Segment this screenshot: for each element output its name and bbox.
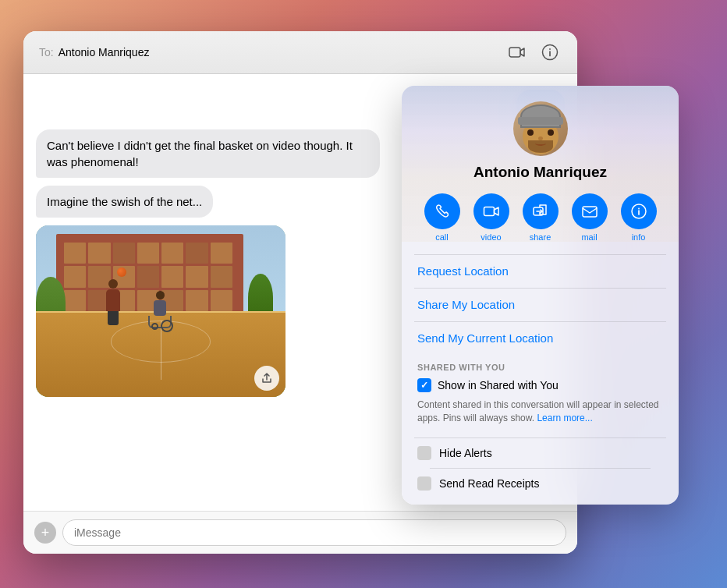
share-my-location-row[interactable]: Share My Location [402, 289, 679, 321]
info-icon [630, 203, 647, 220]
hide-alerts-label: Hide Alerts [439, 447, 492, 459]
action-buttons-row: call video [414, 193, 666, 242]
svg-rect-4 [484, 207, 494, 216]
share-my-location-text: Share My Location [417, 298, 515, 311]
avatar [513, 101, 568, 156]
request-location-row[interactable]: Request Location [402, 255, 679, 288]
mail-action[interactable]: mail [572, 193, 608, 242]
image-message [36, 225, 285, 397]
share-image-button[interactable] [254, 366, 279, 391]
bottom-checkboxes: Hide Alerts Send Read Receipts [402, 438, 679, 498]
phone-icon [434, 203, 451, 220]
shared-with-you-label: SHARED WITH YOU [417, 363, 663, 372]
video-icon [483, 203, 500, 220]
info-button[interactable] [538, 41, 562, 64]
share-label: share [530, 232, 551, 242]
share-icon-btn [532, 203, 549, 220]
info-circle-icon [541, 44, 559, 61]
svg-rect-0 [509, 48, 520, 57]
show-in-shared-label: Show in Shared with You [438, 379, 559, 391]
contact-name-header: Antonio Manriquez [59, 46, 505, 58]
video-action[interactable]: video [473, 193, 509, 242]
svg-rect-6 [583, 207, 597, 217]
call-label: call [435, 232, 449, 242]
hide-alerts-row[interactable]: Hide Alerts [417, 438, 663, 468]
to-label: To: [39, 46, 54, 58]
share-icon [261, 372, 273, 384]
basketball-court-image [36, 225, 285, 397]
received-message-1: Can't believe I didn't get the final bas… [36, 129, 380, 178]
add-attachment-button[interactable]: + [34, 522, 56, 544]
info-panel-contact-name: Antonio Manriquez [414, 164, 666, 181]
window-header: To: Antonio Manriquez [23, 31, 577, 74]
svg-point-3 [549, 48, 551, 50]
svg-point-9 [638, 208, 640, 210]
info-icon-circle [621, 193, 657, 229]
avatar-container [414, 101, 666, 156]
send-read-receipts-label: Send Read Receipts [439, 477, 539, 490]
message-input-bar: + [23, 511, 577, 554]
info-action[interactable]: info [621, 193, 657, 242]
header-actions [505, 41, 562, 64]
call-action[interactable]: call [424, 193, 460, 242]
show-in-shared-row[interactable]: ✓ Show in Shared with You [417, 378, 663, 392]
contact-info-panel: Antonio Manriquez call video [402, 86, 679, 505]
mail-icon-circle [572, 193, 608, 229]
imessage-input[interactable] [62, 519, 566, 546]
video-camera-icon [509, 44, 526, 61]
send-read-receipts-checkbox[interactable] [417, 476, 431, 491]
received-message-2: Imagine the swish of the net... [36, 186, 213, 218]
learn-more-link[interactable]: Learn more... [537, 413, 592, 423]
shared-description: Content shared in this conversation will… [417, 398, 663, 425]
shared-with-you-section: SHARED WITH YOU ✓ Show in Shared with Yo… [402, 355, 679, 437]
mail-label: mail [581, 232, 597, 242]
send-read-receipts-row[interactable]: Send Read Receipts [417, 469, 663, 498]
send-current-location-row[interactable]: Send My Current Location [402, 322, 679, 355]
info-label: info [632, 232, 646, 242]
hide-alerts-checkbox[interactable] [417, 446, 431, 460]
send-current-location-text: Send My Current Location [417, 331, 553, 345]
request-location-text: Request Location [417, 264, 509, 278]
mail-icon [581, 203, 598, 220]
show-in-shared-checkbox[interactable]: ✓ [417, 378, 431, 392]
info-panel-top: Antonio Manriquez call video [402, 86, 679, 242]
share-action[interactable]: share [523, 193, 559, 242]
video-label: video [481, 232, 501, 242]
video-icon-circle [473, 193, 509, 229]
facetime-button[interactable] [505, 41, 529, 64]
share-icon-circle [523, 193, 559, 229]
call-icon-circle [424, 193, 460, 229]
